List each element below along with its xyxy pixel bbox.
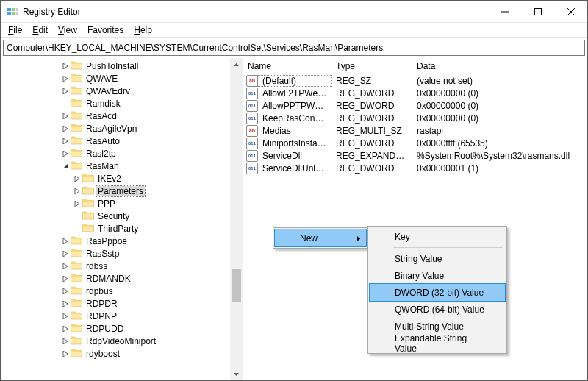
folder-icon [71, 310, 85, 322]
tree-node[interactable]: RasAuto [1, 135, 243, 147]
expand-icon[interactable] [60, 263, 71, 269]
tree-node[interactable]: QWAVE [1, 72, 243, 85]
expand-icon[interactable] [71, 201, 82, 207]
value-row[interactable]: 011AllowL2TPWeak...REG_DWORD0x00000000 (… [243, 87, 587, 99]
tree-node[interactable]: RasAcd [1, 110, 243, 122]
expand-icon[interactable] [60, 313, 71, 319]
tree-node[interactable]: Ramdisk [1, 97, 243, 110]
scroll-up-icon[interactable] [230, 58, 243, 71]
scroll-thumb[interactable] [232, 269, 241, 302]
expand-icon[interactable] [60, 276, 71, 282]
tree-node[interactable]: RasAgileVpn [1, 122, 243, 135]
menu-item-new[interactable]: New [275, 229, 366, 246]
tree-node-label: RDPDR [85, 299, 119, 309]
expand-icon[interactable] [60, 76, 71, 82]
value-row[interactable]: 011ServiceDllUnloa...REG_DWORD0x00000001… [243, 162, 587, 174]
menu-help[interactable]: Help [129, 24, 157, 36]
expand-icon[interactable] [60, 138, 71, 144]
folder-icon [71, 160, 85, 172]
expand-icon[interactable] [60, 251, 71, 257]
tree-node[interactable]: RasPppoe [1, 235, 243, 247]
svg-rect-2 [12, 8, 15, 11]
maximize-button[interactable] [521, 1, 554, 22]
minimize-button[interactable] [488, 1, 521, 22]
tree-node-label: rdbss [85, 261, 109, 271]
folder-icon [71, 110, 85, 122]
expand-icon[interactable] [60, 301, 71, 307]
scroll-down-icon[interactable] [230, 368, 243, 380]
close-button[interactable] [554, 1, 587, 22]
folder-icon [71, 322, 85, 335]
expand-icon[interactable] [60, 326, 71, 332]
expand-icon[interactable] [60, 351, 71, 357]
value-row[interactable]: 011MiniportsInstalledREG_DWORD0x0000ffff… [243, 137, 587, 149]
tree-node[interactable]: Parameters [1, 185, 243, 197]
submenu-item[interactable]: Expandable String Value [370, 335, 505, 352]
tree-node[interactable]: PPP [1, 197, 243, 210]
expand-icon[interactable] [60, 238, 71, 244]
tree-node[interactable]: rdyboost [1, 347, 243, 360]
value-name: ServiceDll [258, 151, 331, 161]
tree-node[interactable]: ThirdParty [1, 222, 243, 235]
svg-marker-14 [63, 126, 68, 132]
column-type[interactable]: Type [331, 59, 412, 74]
tree-node-label: RasAgileVpn [85, 124, 138, 134]
tree-node-label: RasSstp [85, 249, 121, 259]
tree-node[interactable]: RasSstp [1, 247, 243, 260]
value-row[interactable]: 011ServiceDllREG_EXPAND_SZ%SystemRoot%\S… [243, 149, 587, 162]
submenu-item[interactable]: Key [370, 228, 505, 245]
tree-pane: PushToInstallQWAVEQWAVEdrvRamdiskRasAcdR… [1, 58, 243, 380]
expand-icon[interactable] [60, 288, 71, 294]
tree-node[interactable]: QWAVEdrv [1, 85, 243, 97]
tree-node[interactable]: PushToInstall [1, 60, 243, 72]
string-value-icon: ab [246, 75, 258, 87]
expand-icon[interactable] [60, 338, 71, 344]
expand-icon[interactable] [60, 63, 71, 69]
expand-icon[interactable] [60, 126, 71, 132]
tree-scrollbar[interactable] [230, 58, 243, 380]
svg-marker-21 [63, 238, 68, 244]
submenu-item-label: Binary Value [395, 271, 444, 281]
value-data: 0x00000000 (0) [412, 113, 587, 124]
tree-list[interactable]: PushToInstallQWAVEQWAVEdrvRamdiskRasAcdR… [1, 58, 243, 361]
menu-favorites[interactable]: Favorites [83, 24, 128, 36]
expand-icon[interactable] [71, 176, 82, 182]
tree-node[interactable]: rdbss [1, 260, 243, 272]
folder-icon [71, 335, 85, 347]
submenu-item[interactable]: DWORD (32-bit) Value [370, 284, 505, 301]
collapse-icon[interactable] [60, 163, 71, 169]
expand-icon[interactable] [60, 113, 71, 119]
value-row[interactable]: abMediasREG_MULTI_SZrastapi [243, 124, 587, 137]
tree-node[interactable]: rdpbus [1, 285, 243, 297]
expand-icon[interactable] [71, 188, 82, 194]
tree-node-label: RasAuto [85, 136, 121, 146]
column-data[interactable]: Data [412, 59, 587, 74]
value-row[interactable]: 011KeepRasConnec...REG_DWORD0x00000000 (… [243, 112, 587, 124]
tree-node[interactable]: RdpVideoMiniport [1, 335, 243, 347]
tree-node[interactable]: Rasl2tp [1, 147, 243, 160]
tree-node[interactable]: RDPUDD [1, 322, 243, 335]
menu-edit[interactable]: Edit [28, 24, 52, 36]
folder-icon [71, 97, 85, 110]
menu-view[interactable]: View [54, 24, 82, 36]
expand-icon[interactable] [60, 151, 71, 157]
binary-value-icon: 011 [246, 88, 258, 99]
expand-icon[interactable] [60, 88, 71, 94]
tree-node[interactable]: RDPDR [1, 297, 243, 310]
tree-node-label: PushToInstall [85, 61, 140, 71]
value-row[interactable]: ab(Default)REG_SZ(value not set) [243, 74, 587, 87]
tree-node[interactable]: IKEv2 [1, 172, 243, 185]
titlebar: Registry Editor [1, 1, 587, 23]
address-bar[interactable]: Computer\HKEY_LOCAL_MACHINE\SYSTEM\Curre… [3, 40, 585, 56]
value-row[interactable]: 011AllowPPTPWeak...REG_DWORD0x00000000 (… [243, 99, 587, 112]
tree-node[interactable]: RDMANDK [1, 272, 243, 285]
submenu-item[interactable]: QWORD (64-bit) Value [370, 301, 505, 318]
submenu-item[interactable]: String Value [370, 250, 505, 267]
scroll-track[interactable] [230, 71, 243, 368]
tree-node[interactable]: Security [1, 210, 243, 222]
column-name[interactable]: Name [243, 59, 331, 74]
tree-node[interactable]: RDPNP [1, 310, 243, 322]
tree-node[interactable]: RasMan [1, 160, 243, 172]
submenu-item[interactable]: Binary Value [370, 267, 505, 284]
menu-file[interactable]: File [4, 24, 26, 36]
